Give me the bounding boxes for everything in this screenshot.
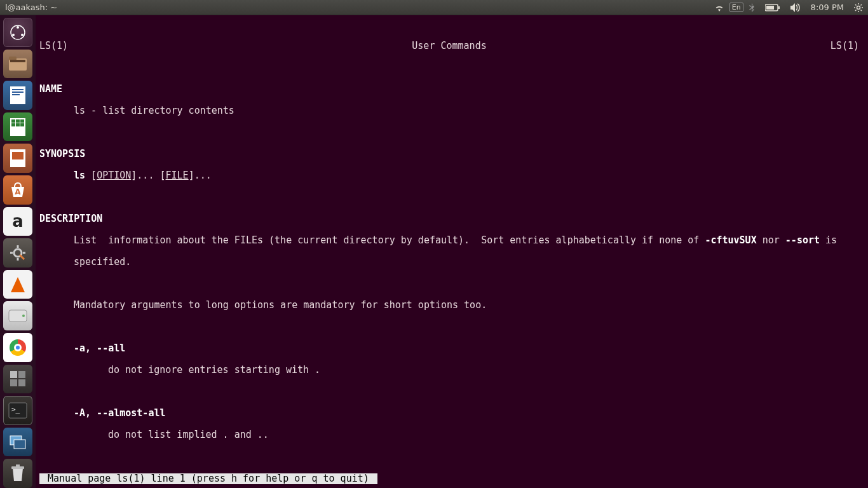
launcher-writer-icon[interactable]	[3, 81, 32, 110]
launcher-screenshot-icon[interactable]	[3, 428, 32, 457]
launcher-trash-icon[interactable]	[3, 459, 32, 488]
name-body: ls - list directory contents	[39, 105, 868, 116]
svg-rect-2	[766, 6, 774, 10]
lang-indicator[interactable]: En	[729, 3, 743, 12]
synopsis-file: FILE	[166, 170, 189, 181]
svg-rect-44	[18, 379, 25, 386]
man-header-center: User Commands	[68, 41, 831, 51]
gear-icon[interactable]	[849, 3, 868, 12]
svg-rect-42	[18, 371, 25, 378]
launcher-dash-icon[interactable]	[3, 18, 32, 47]
volume-icon[interactable]	[785, 3, 806, 12]
launcher-workspaces-icon[interactable]	[3, 365, 32, 394]
svg-point-15	[21, 34, 24, 36]
desc-mandatory: Mandatory arguments to long options are …	[39, 300, 868, 311]
svg-rect-50	[16, 464, 20, 467]
battery-icon[interactable]	[760, 4, 785, 11]
svg-rect-26	[20, 119, 24, 123]
section-name: NAME	[39, 84, 868, 95]
bluetooth-icon[interactable]	[743, 3, 760, 12]
window-title: l@aakash: ~	[0, 3, 57, 12]
svg-line-10	[855, 10, 857, 11]
launcher-disk-icon[interactable]	[3, 301, 32, 330]
launcher-software-icon[interactable]: A	[3, 175, 32, 205]
terminal-window[interactable]: LS(1)User CommandsLS(1) NAME ls - list d…	[36, 15, 868, 488]
clock[interactable]: 8:09 PM	[806, 3, 849, 12]
svg-rect-25	[16, 119, 20, 123]
section-synopsis: SYNOPSIS	[39, 149, 868, 159]
svg-line-11	[861, 4, 862, 6]
launcher-files-icon[interactable]	[3, 50, 32, 79]
svg-rect-24	[11, 119, 15, 123]
svg-point-13	[17, 26, 19, 29]
section-description: DESCRIPTION	[39, 214, 868, 224]
top-panel: l@aakash: ~ En 8:09 PM	[0, 0, 868, 15]
svg-rect-20	[12, 89, 24, 90]
launcher-calc-icon[interactable]	[3, 112, 32, 142]
svg-rect-48	[14, 440, 25, 449]
svg-rect-29	[20, 123, 24, 126]
svg-rect-27	[11, 123, 15, 126]
svg-point-3	[857, 6, 860, 9]
svg-point-14	[12, 34, 15, 36]
launcher-chrome-icon[interactable]	[3, 333, 32, 362]
man-header-left: LS(1)	[39, 41, 68, 51]
svg-point-40	[22, 315, 25, 317]
svg-line-9	[861, 10, 862, 11]
launcher-amazon-icon[interactable]: a	[3, 207, 32, 236]
svg-rect-21	[12, 92, 24, 93]
svg-rect-1	[778, 6, 780, 9]
launcher-vlc-icon[interactable]	[3, 270, 32, 299]
synopsis-option: OPTION	[97, 170, 131, 181]
svg-rect-28	[16, 123, 20, 126]
svg-rect-18	[10, 60, 25, 62]
wifi-icon[interactable]	[709, 4, 729, 11]
svg-rect-43	[10, 379, 17, 386]
man-header-right: LS(1)	[831, 41, 868, 51]
synopsis-cmd: ls	[74, 170, 85, 181]
launcher-terminal-icon[interactable]: >_	[3, 396, 32, 425]
svg-rect-31	[12, 152, 24, 159]
launcher-settings-icon[interactable]	[3, 238, 32, 268]
unity-launcher: A a >_	[0, 15, 36, 488]
svg-line-8	[855, 4, 857, 6]
man-status-bar: Manual page ls(1) line 1 (press h for he…	[39, 473, 377, 484]
man-page-content: LS(1)User CommandsLS(1) NAME ls - list d…	[36, 26, 868, 488]
svg-text:>_: >_	[11, 405, 20, 414]
opt-a: -a, --all	[39, 343, 868, 354]
launcher-impress-icon[interactable]	[3, 144, 32, 173]
svg-rect-41	[10, 371, 17, 378]
svg-text:A: A	[15, 187, 21, 196]
opt-capital-a: -A, --almost-all	[39, 408, 868, 419]
svg-rect-22	[12, 94, 20, 95]
